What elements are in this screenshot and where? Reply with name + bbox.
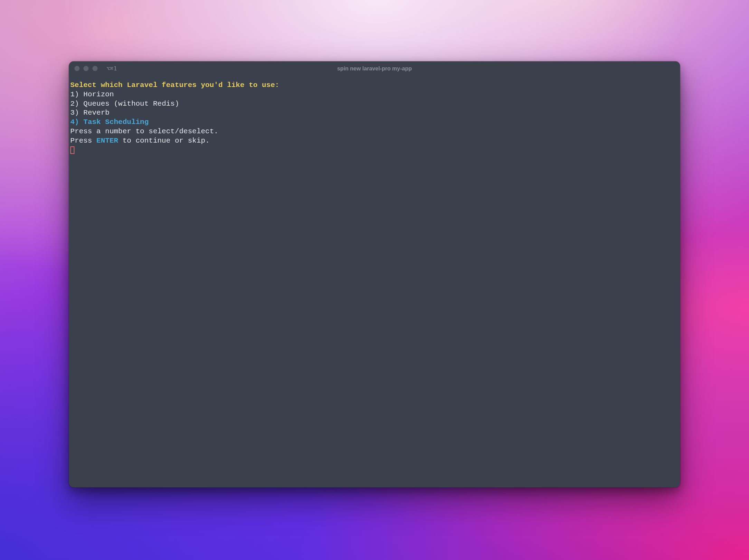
cursor-line <box>70 146 679 155</box>
option-row: 2) Queues (without Redis) <box>70 99 679 108</box>
prompt-heading: Select which Laravel features you'd like… <box>70 81 679 90</box>
terminal-output[interactable]: Select which Laravel features you'd like… <box>69 76 680 487</box>
cursor-icon <box>70 146 74 154</box>
enter-key-label: ENTER <box>96 137 118 145</box>
close-icon[interactable] <box>74 66 79 71</box>
instruction-text: to continue or skip. <box>118 137 210 145</box>
option-row: 1) Horizon <box>70 90 679 99</box>
terminal-window: ⌥⌘1 spin new laravel-pro my-app Select w… <box>69 61 680 487</box>
option-label: Queues (without Redis) <box>83 99 179 107</box>
option-row: 3) Reverb <box>70 108 679 118</box>
option-label: Horizon <box>83 90 114 98</box>
window-titlebar[interactable]: ⌥⌘1 spin new laravel-pro my-app <box>69 61 680 76</box>
minimize-icon[interactable] <box>83 66 88 71</box>
instruction-text: Press <box>70 137 96 145</box>
option-label: Task Scheduling <box>83 118 149 126</box>
instruction-line: Press ENTER to continue or skip. <box>70 136 679 146</box>
zoom-icon[interactable] <box>92 66 97 71</box>
traffic-lights <box>74 66 97 71</box>
instruction-line: Press a number to select/deselect. <box>70 127 679 136</box>
window-title: spin new laravel-pro my-app <box>69 66 680 72</box>
tab-shortcut-label: ⌥⌘1 <box>106 65 117 72</box>
option-index: 3) <box>70 109 79 117</box>
option-index: 2) <box>70 99 79 107</box>
option-index: 1) <box>70 90 79 98</box>
option-label: Reverb <box>83 109 110 117</box>
option-row-selected: 4) Task Scheduling <box>70 118 679 127</box>
option-index: 4) <box>70 118 79 126</box>
